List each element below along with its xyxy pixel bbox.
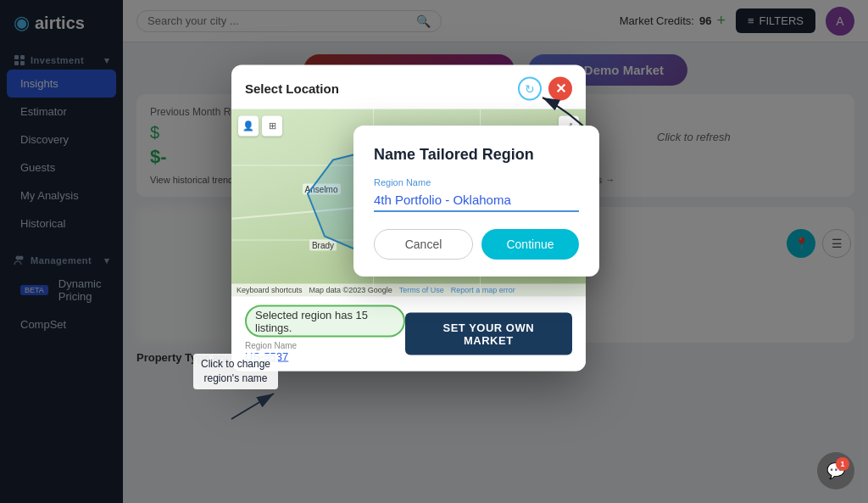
- name-modal-title: Name Tailored Region: [374, 146, 579, 164]
- selected-region-info: Selected region has 15 listings. Region …: [245, 305, 405, 362]
- cancel-button[interactable]: Cancel: [374, 229, 473, 260]
- map-report-link[interactable]: Report a map error: [451, 285, 515, 293]
- map-keyboard-shortcuts: Keyboard shortcuts: [236, 285, 303, 293]
- selected-region-bar: Selected region has 15 listings. Region …: [231, 295, 586, 371]
- region-name-input[interactable]: [374, 191, 579, 212]
- map-satellite-btn[interactable]: ⊞: [262, 115, 282, 136]
- map-overlay-buttons: 👤 ⊞: [238, 115, 282, 136]
- name-tailored-modal: Name Tailored Region Region Name Cancel …: [353, 126, 599, 277]
- map-terms-link[interactable]: Terms of Use: [399, 285, 444, 293]
- region-listings-badge: Selected region has 15 listings.: [245, 305, 405, 337]
- map-person-btn[interactable]: 👤: [238, 115, 259, 136]
- modal-header: Select Location ↻ ✕: [231, 64, 586, 109]
- modal-header-icons: ↻ ✕: [518, 76, 572, 100]
- region-name-value[interactable]: US-5537: [245, 349, 405, 362]
- notification-button[interactable]: 💬 1: [817, 452, 854, 489]
- close-button[interactable]: ✕: [548, 76, 572, 100]
- name-modal-actions: Cancel Continue: [374, 229, 579, 260]
- map-attribution: Keyboard shortcuts Map data ©2023 Google…: [231, 283, 586, 295]
- set-market-button[interactable]: SET YOUR OWN MARKET: [405, 312, 572, 355]
- selected-region-text: Selected region has 15 listings.: [245, 305, 405, 337]
- modal-title: Select Location: [245, 81, 339, 96]
- notification-badge: 1: [836, 457, 849, 471]
- name-modal-region-label: Region Name: [374, 177, 579, 187]
- refresh-button[interactable]: ↻: [518, 76, 542, 100]
- continue-button[interactable]: Continue: [481, 229, 579, 260]
